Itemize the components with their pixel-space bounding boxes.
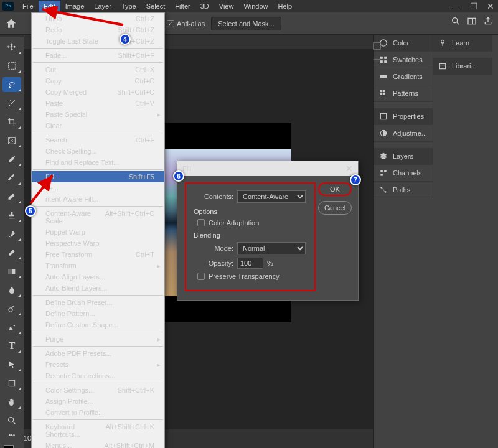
svg-rect-27 (380, 174, 383, 176)
menu-item[interactable]: Copy MergedShift+Ctrl+C (32, 86, 164, 98)
menu-3d[interactable]: 3D (195, 1, 214, 12)
path-select-tool[interactable] (2, 357, 21, 372)
brush-tool[interactable] (2, 189, 21, 204)
annotation-arrow (27, 169, 65, 207)
menu-item[interactable]: Assign Profile... (32, 396, 164, 407)
select-and-mask-button[interactable]: Select and Mask... (211, 17, 281, 30)
crop-tool[interactable] (2, 114, 21, 129)
panel-channels[interactable]: Channels (374, 165, 433, 182)
panel-gradients[interactable]: Gradients (374, 68, 433, 85)
svg-rect-13 (11, 306, 14, 309)
lasso-tool[interactable] (2, 77, 21, 92)
close-icon[interactable]: ✕ (487, 1, 494, 11)
contents-select[interactable]: Content-Aware (237, 190, 306, 203)
menu-view[interactable]: View (214, 1, 239, 12)
panel-label: Paths (393, 186, 410, 194)
menu-item[interactable]: CutCtrl+X (32, 64, 164, 75)
menu-item[interactable]: Find and Replace Text... (32, 157, 164, 168)
share-icon[interactable] (483, 16, 493, 26)
svg-point-12 (9, 308, 13, 312)
workspace-icon[interactable] (467, 16, 477, 26)
type-tool[interactable]: T (2, 338, 21, 353)
history-brush-tool[interactable] (2, 226, 21, 241)
search-icon[interactable] (451, 16, 461, 26)
mini-icon[interactable] (372, 41, 382, 51)
menu-filter[interactable]: Filter (170, 1, 195, 12)
menu-item[interactable]: Define Pattern... (32, 308, 164, 319)
dialog-title: Fill (182, 165, 191, 172)
menu-window[interactable]: Window (238, 1, 273, 12)
opacity-input[interactable] (237, 258, 263, 269)
mini-panel-strip (372, 37, 385, 66)
menu-item[interactable]: Purge▸ (32, 334, 164, 345)
eraser-tool[interactable] (2, 245, 21, 260)
svg-line-16 (13, 422, 15, 424)
dialog-titlebar[interactable]: Fill ✕ (177, 161, 358, 176)
menu-item[interactable]: CopyCtrl+C (32, 75, 164, 86)
panel-layers[interactable]: Layers (374, 148, 433, 165)
menu-item[interactable]: Puppet Warp (32, 226, 164, 238)
menu-item[interactable]: Adobe PDF Presets... (32, 348, 164, 359)
healing-tool[interactable] (2, 170, 21, 185)
fill-dialog: Fill ✕ Contents: Content-Aware Options C… (177, 161, 359, 301)
mini-icon[interactable] (372, 56, 382, 66)
hand-tool[interactable] (2, 394, 21, 409)
mode-label: Mode: (191, 245, 233, 252)
menu-item[interactable]: Presets▸ (32, 359, 164, 370)
blur-tool[interactable] (2, 282, 21, 297)
ok-button[interactable]: OK (318, 182, 352, 196)
panel-learn[interactable]: Learn (433, 35, 492, 52)
panel-patterns[interactable]: Patterns (374, 85, 433, 102)
shape-tool[interactable] (2, 376, 21, 391)
menu-item[interactable]: Toggle Last Statet+Ctrl+Z (32, 35, 164, 47)
dialog-close-icon[interactable]: ✕ (345, 164, 353, 174)
menu-item[interactable]: Clear (32, 120, 164, 131)
svg-rect-23 (380, 113, 386, 119)
minimize-icon[interactable]: — (453, 1, 461, 11)
cancel-button[interactable]: Cancel (318, 201, 352, 215)
preserve-transparency-checkbox[interactable]: Preserve Transparency (197, 273, 309, 280)
menu-item[interactable]: Paste Special▸ (32, 109, 164, 120)
menu-item[interactable]: Menus...Alt+Shift+Ctrl+M (32, 440, 164, 448)
menu-item[interactable]: Remote Connections... (32, 370, 164, 381)
menu-file[interactable]: File (17, 1, 39, 12)
panel-paths[interactable]: Paths (374, 182, 433, 198)
panel-properties[interactable]: Properties (374, 108, 433, 125)
gradient-tool[interactable] (2, 264, 21, 279)
menu-item[interactable]: Check Spelling... (32, 146, 164, 157)
home-icon[interactable] (5, 17, 17, 30)
zoom-tool[interactable] (2, 413, 21, 428)
svg-rect-22 (380, 75, 387, 78)
antialias-checkbox[interactable]: ✓Anti-alias (167, 20, 205, 27)
frame-tool[interactable] (2, 133, 21, 148)
marquee-tool[interactable] (2, 58, 21, 73)
panel-libraries[interactable]: Librari... (433, 58, 492, 75)
menu-item[interactable]: Perspective Warp (32, 238, 164, 249)
mode-select[interactable]: Normal (237, 242, 306, 254)
menu-item[interactable]: Keyboard Shortcuts...Alt+Shift+Ctrl+K (32, 421, 164, 440)
svg-rect-9 (8, 177, 12, 181)
menu-item[interactable]: SearchCtrl+F (32, 134, 164, 146)
menu-item[interactable]: Convert to Profile... (32, 407, 164, 418)
dodge-tool[interactable] (2, 301, 21, 316)
magic-wand-tool[interactable] (2, 96, 21, 111)
panel-adjustments[interactable]: Adjustme... (374, 125, 433, 142)
menu-item[interactable]: Free TransformCtrl+T (32, 249, 164, 260)
options-heading: Options (194, 208, 309, 215)
menu-item[interactable]: PasteCtrl+V (32, 98, 164, 109)
move-tool[interactable] (2, 40, 21, 55)
pen-tool[interactable] (2, 320, 21, 335)
eyedropper-tool[interactable] (2, 152, 21, 167)
menu-item[interactable]: Content-Aware ScaleAlt+Shift+Ctrl+C (32, 208, 164, 226)
color-adaptation-checkbox[interactable]: Color Adaptation (197, 219, 309, 226)
maximize-icon[interactable]: ☐ (470, 1, 478, 11)
menu-item[interactable]: Transform▸ (32, 260, 164, 271)
svg-rect-8 (11, 174, 15, 178)
color-swatches[interactable] (2, 444, 21, 448)
menu-help[interactable]: Help (273, 1, 298, 12)
menu-item[interactable]: Define Brush Preset... (32, 297, 164, 308)
stamp-tool[interactable] (2, 208, 21, 223)
menu-item[interactable]: Color Settings...Shift+Ctrl+K (32, 385, 164, 396)
menu-select[interactable]: Select (141, 1, 171, 12)
panel-label: Layers (393, 152, 413, 160)
